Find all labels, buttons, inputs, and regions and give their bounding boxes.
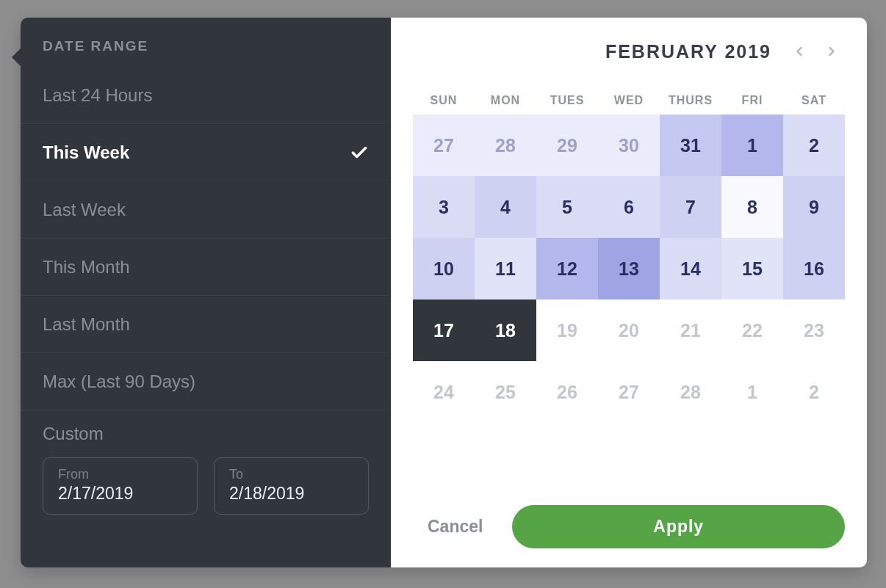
dow-tue: TUES bbox=[536, 94, 598, 107]
date-range-modal: DATE RANGE Last 24 Hours This Week Last … bbox=[21, 18, 867, 567]
preset-label: Last 24 Hours bbox=[43, 85, 152, 106]
calendar-day[interactable]: 21 bbox=[660, 300, 721, 361]
calendar-actions: Cancel Apply bbox=[413, 490, 845, 548]
calendar-day[interactable]: 20 bbox=[598, 300, 660, 361]
custom-range-section: Custom From To bbox=[21, 410, 391, 515]
calendar-day[interactable]: 27 bbox=[598, 361, 660, 423]
dow-fri: FRI bbox=[721, 94, 783, 107]
calendar-header: FEBRUARY 2019 bbox=[413, 18, 845, 79]
calendar-day[interactable]: 30 bbox=[598, 115, 660, 176]
calendar-day[interactable]: 10 bbox=[413, 238, 475, 300]
cancel-button[interactable]: Cancel bbox=[413, 507, 497, 547]
calendar-day[interactable]: 15 bbox=[721, 238, 783, 300]
presets-sidebar: DATE RANGE Last 24 Hours This Week Last … bbox=[21, 18, 391, 567]
preset-this-month[interactable]: This Month bbox=[21, 239, 391, 296]
to-date-box[interactable]: To bbox=[214, 457, 369, 515]
calendar-day[interactable]: 14 bbox=[660, 238, 721, 300]
calendar-day[interactable]: 18 bbox=[475, 300, 536, 361]
calendar-grid: 2728293031123456789101112131415161718192… bbox=[413, 115, 845, 423]
dow-wed: WED bbox=[598, 94, 660, 107]
preset-max-90-days[interactable]: Max (Last 90 Days) bbox=[21, 353, 391, 410]
from-date-box[interactable]: From bbox=[43, 457, 198, 515]
dow-sun: SUN bbox=[413, 94, 475, 107]
preset-label: This Month bbox=[43, 257, 130, 277]
from-label: From bbox=[58, 467, 182, 482]
calendar-day[interactable]: 11 bbox=[475, 238, 536, 300]
preset-label: Last Week bbox=[43, 200, 126, 220]
calendar-day[interactable]: 28 bbox=[475, 115, 536, 176]
preset-last-24-hours[interactable]: Last 24 Hours bbox=[21, 68, 391, 124]
calendar-day[interactable]: 4 bbox=[475, 176, 536, 238]
calendar-day[interactable]: 19 bbox=[536, 300, 598, 361]
calendar-day[interactable]: 8 bbox=[721, 176, 783, 238]
dow-mon: MON bbox=[475, 94, 536, 107]
calendar-day[interactable]: 17 bbox=[413, 300, 475, 361]
calendar-day[interactable]: 1 bbox=[721, 361, 783, 423]
calendar-day[interactable]: 16 bbox=[783, 238, 845, 300]
apply-button[interactable]: Apply bbox=[512, 505, 845, 548]
preset-label: Max (Last 90 Days) bbox=[43, 371, 195, 392]
from-date-input[interactable] bbox=[58, 484, 182, 504]
calendar-panel: FEBRUARY 2019 SUN MON TUES WED THURS FRI… bbox=[391, 18, 867, 567]
day-of-week-row: SUN MON TUES WED THURS FRI SAT bbox=[413, 94, 845, 107]
preset-label: This Week bbox=[43, 142, 129, 163]
check-icon bbox=[350, 143, 369, 162]
chevron-right-icon bbox=[824, 44, 839, 59]
preset-this-week[interactable]: This Week bbox=[21, 124, 391, 181]
prev-month-button[interactable] bbox=[786, 38, 813, 65]
calendar-day[interactable]: 26 bbox=[536, 361, 598, 423]
calendar-day[interactable]: 6 bbox=[598, 176, 660, 238]
custom-label: Custom bbox=[43, 424, 369, 444]
calendar-day[interactable]: 29 bbox=[536, 115, 598, 176]
calendar-day[interactable]: 2 bbox=[783, 115, 845, 176]
range-inputs: From To bbox=[43, 457, 369, 515]
calendar-day[interactable]: 27 bbox=[413, 115, 475, 176]
preset-last-month[interactable]: Last Month bbox=[21, 296, 391, 353]
calendar-day[interactable]: 1 bbox=[721, 115, 783, 176]
sidebar-title: DATE RANGE bbox=[21, 18, 391, 68]
preset-label: Last Month bbox=[43, 314, 130, 335]
to-label: To bbox=[229, 467, 353, 482]
calendar-day[interactable]: 3 bbox=[413, 176, 475, 238]
calendar-day[interactable]: 28 bbox=[660, 361, 721, 423]
calendar-day[interactable]: 31 bbox=[660, 115, 721, 176]
month-label: FEBRUARY 2019 bbox=[605, 41, 771, 62]
calendar-day[interactable]: 2 bbox=[783, 361, 845, 423]
calendar-day[interactable]: 7 bbox=[660, 176, 721, 238]
calendar-day[interactable]: 25 bbox=[475, 361, 536, 423]
calendar-day[interactable]: 9 bbox=[783, 176, 845, 238]
calendar-day[interactable]: 12 bbox=[536, 238, 598, 300]
calendar-day[interactable]: 23 bbox=[783, 300, 845, 361]
dow-thu: THURS bbox=[660, 94, 721, 107]
calendar-day[interactable]: 22 bbox=[721, 300, 783, 361]
calendar-day[interactable]: 13 bbox=[598, 238, 660, 300]
preset-last-week[interactable]: Last Week bbox=[21, 181, 391, 239]
to-date-input[interactable] bbox=[229, 484, 353, 504]
next-month-button[interactable] bbox=[818, 38, 845, 65]
calendar-day[interactable]: 5 bbox=[536, 176, 598, 238]
chevron-left-icon bbox=[792, 44, 807, 59]
dow-sat: SAT bbox=[783, 94, 845, 107]
calendar-day[interactable]: 24 bbox=[413, 361, 475, 423]
